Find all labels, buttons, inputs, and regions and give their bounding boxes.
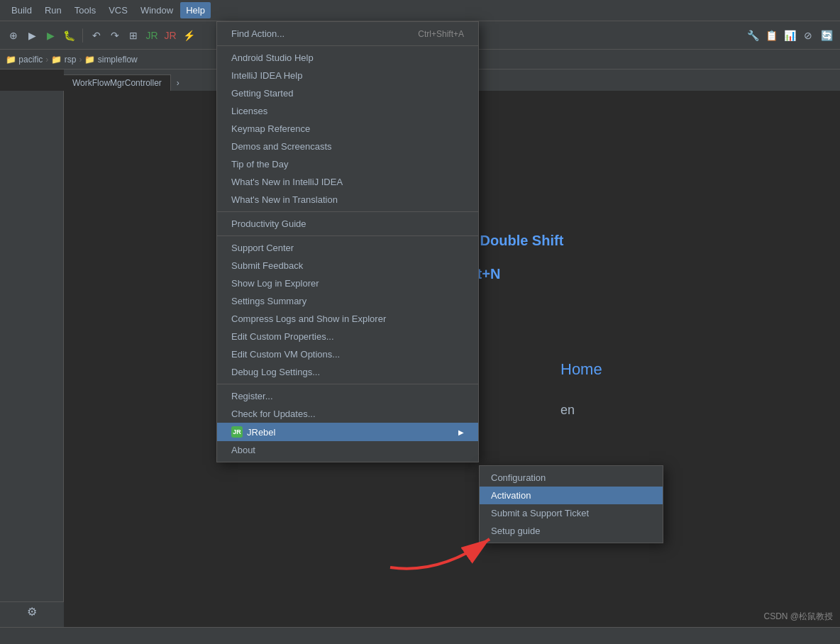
menu-licenses[interactable]: Licenses: [217, 102, 478, 120]
menu-getting-started[interactable]: Getting Started: [217, 84, 478, 102]
jrebel-icon: JR: [231, 426, 243, 438]
menu-help[interactable]: Help: [180, 2, 211, 18]
breadcrumb-pacific[interactable]: 📁 pacific: [6, 55, 43, 65]
menu-edit-custom-props[interactable]: Edit Custom Properties...: [217, 328, 478, 345]
toolbar-bug-icon[interactable]: 🐛: [61, 28, 77, 43]
menu-debug-log[interactable]: Debug Log Settings...: [217, 363, 478, 381]
watermark: CSDN @松鼠教授: [763, 611, 833, 623]
toolbar-run-icon[interactable]: ▶: [43, 28, 58, 43]
toolbar-right-icon4[interactable]: ⊘: [800, 28, 816, 43]
menu-android-studio-help[interactable]: Android Studio Help: [217, 49, 478, 67]
menu-vcs[interactable]: VCS: [103, 2, 133, 18]
toolbar-right-icon2[interactable]: 📋: [763, 28, 779, 43]
menu-whats-new-translation[interactable]: What's New in Translation: [217, 191, 478, 209]
breadcrumb-rsp[interactable]: 📁 rsp: [51, 55, 76, 65]
toolbar-separator: [82, 28, 83, 43]
sidebar: ⚙ 🐛: [0, 91, 64, 644]
menu-edit-custom-vm[interactable]: Edit Custom VM Options...: [217, 345, 478, 363]
menu-sep-3: [217, 235, 478, 236]
jrebel-submenu: Configuration Activation Submit a Suppor…: [479, 465, 663, 543]
toolbar-right-icon1[interactable]: 🔧: [745, 28, 761, 43]
menu-demos[interactable]: Demos and Screencasts: [217, 138, 478, 155]
submenu-configuration[interactable]: Configuration: [480, 469, 663, 487]
file-tab-workflowmgr[interactable]: WorkFlowMgrController: [64, 74, 171, 91]
menu-build[interactable]: Build: [6, 2, 38, 18]
menu-compress-logs[interactable]: Compress Logs and Show in Explorer: [217, 310, 478, 328]
toolbar-right-icon5[interactable]: 🔄: [819, 28, 834, 43]
menu-find-action[interactable]: Find Action... Ctrl+Shift+A: [217, 25, 478, 43]
welcome-en: en: [560, 403, 575, 418]
menu-check-updates[interactable]: Check for Updates...: [217, 405, 478, 423]
menu-tools[interactable]: Tools: [69, 2, 101, 18]
welcome-home: Home: [560, 360, 602, 379]
menu-sep-2: [217, 211, 478, 212]
menu-about[interactable]: About: [217, 441, 478, 459]
breadcrumb-sep1: ›: [45, 55, 48, 65]
menu-whats-new-intellij[interactable]: What's New in IntelliJ IDEA: [217, 173, 478, 191]
toolbar-jrebel2[interactable]: JR: [162, 28, 178, 43]
menu-show-log[interactable]: Show Log in Explorer: [217, 274, 478, 292]
menu-window[interactable]: Window: [135, 2, 179, 18]
sidebar-settings-icon[interactable]: ⚙: [23, 604, 40, 621]
menu-sep-1: [217, 45, 478, 46]
menu-bar: Build Run Tools VCS Window Help: [0, 0, 840, 21]
submenu-setup-guide[interactable]: Setup guide: [480, 522, 663, 540]
breadcrumb-sep2: ›: [79, 55, 82, 65]
menu-register[interactable]: Register...: [217, 387, 478, 405]
toolbar-icon-grid[interactable]: ⊞: [126, 28, 141, 43]
menu-keymap[interactable]: Keymap Reference: [217, 120, 478, 138]
status-bar: [0, 627, 840, 644]
submenu-arrow: ▶: [458, 428, 464, 436]
toolbar-right-icon3[interactable]: 📊: [782, 28, 797, 43]
submenu-activation[interactable]: Activation: [480, 487, 663, 504]
menu-settings-summary[interactable]: Settings Summary: [217, 292, 478, 310]
toolbar-jrebel1[interactable]: JR: [144, 28, 160, 43]
menu-intellij-help[interactable]: IntelliJ IDEA Help: [217, 67, 478, 84]
help-dropdown: Find Action... Ctrl+Shift+A Android Stud…: [216, 21, 479, 462]
menu-tip-of-day[interactable]: Tip of the Day: [217, 155, 478, 173]
toolbar-redo[interactable]: ↷: [107, 28, 123, 43]
menu-support-center[interactable]: Support Center: [217, 239, 478, 257]
submenu-support-ticket[interactable]: Submit a Support Ticket: [480, 504, 663, 522]
breadcrumb-simpleflow[interactable]: 📁 simpleflow: [84, 55, 137, 65]
toolbar-icon-2[interactable]: ▶: [24, 28, 40, 43]
search-everywhere-key: Double Shift: [480, 233, 564, 249]
menu-submit-feedback[interactable]: Submit Feedback: [217, 257, 478, 274]
menu-sep-4: [217, 384, 478, 384]
toolbar-icon-power[interactable]: ⚡: [181, 28, 197, 43]
menu-run[interactable]: Run: [39, 2, 67, 18]
menu-productivity-guide[interactable]: Productivity Guide: [217, 215, 478, 233]
toolbar-undo[interactable]: ↶: [89, 28, 104, 43]
menu-jrebel[interactable]: JR JRebel ▶: [217, 423, 478, 441]
toolbar-icon-1[interactable]: ⊕: [6, 28, 21, 43]
